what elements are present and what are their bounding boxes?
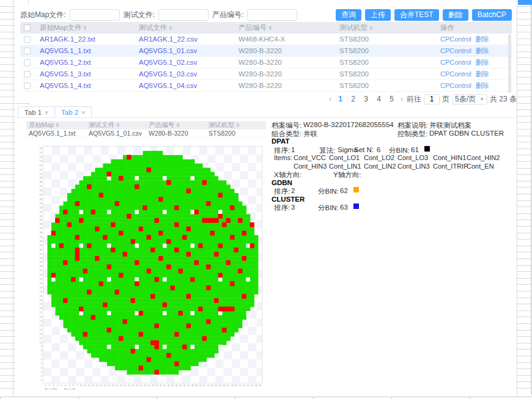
table-scrollbar[interactable]: [508, 34, 511, 93]
row-checkbox[interactable]: [24, 82, 31, 89]
filter-input-1[interactable]: [158, 9, 209, 21]
app-root: 原始Map文件:测试文件:产品编号:查询上传合并TEST删除BatchCP 原始…: [0, 0, 532, 399]
test-file-link[interactable]: AQ5VG5.1_01.csv: [139, 47, 197, 54]
row-checkbox[interactable]: [24, 48, 31, 54]
tab-label: Tab 1: [24, 109, 42, 116]
top-right-button-fragment: [518, 0, 532, 5]
item-name: Cont_LO3: [397, 154, 428, 161]
map-file-cell: AQ5VG5.1_1.txt: [36, 47, 135, 54]
cpcontrol-link[interactable]: CPControl: [440, 59, 471, 66]
gdbn-bin-color-swatch: [353, 187, 359, 192]
table-row[interactable]: AQ5VG5.1_1.txtAQ5VG5.1_01.csvW280-B-3220…: [20, 45, 512, 57]
merge-test-button[interactable]: 合并TEST: [394, 9, 439, 21]
table-row[interactable]: AQ5VG5.1_4.txtAQ5VG5.1_04.csvW280-B-3220…: [20, 80, 512, 92]
batchcp-button[interactable]: BatchCP: [472, 9, 512, 21]
page-number-4[interactable]: 4: [374, 95, 384, 103]
column-header-label: 产品编号: [238, 23, 267, 32]
sort-icon[interactable]: [236, 123, 240, 127]
actions-cell: CPControl删除: [437, 35, 509, 44]
select-all-checkbox[interactable]: [24, 24, 31, 31]
test-file-link[interactable]: AQ5VG5.1_02.csv: [139, 59, 197, 66]
upload-button[interactable]: 上传: [365, 9, 391, 21]
page-number-1[interactable]: 1: [335, 95, 345, 103]
sort-icon[interactable]: [176, 123, 180, 127]
page-number-3[interactable]: 3: [361, 95, 371, 103]
item-name: Cont_LIN3: [397, 163, 430, 170]
page-number-5[interactable]: 5: [386, 95, 397, 103]
table-row[interactable]: AQ5VG5.1_3.txtAQ5VG5.1_03.csvW280-B-3220…: [20, 68, 512, 80]
chevron-down-icon: ▼: [479, 97, 484, 102]
sort-icon[interactable]: [268, 26, 272, 30]
row-delete-link[interactable]: 删除: [476, 47, 489, 54]
sort-icon[interactable]: [369, 26, 373, 30]
column-header-5: 操作: [437, 23, 509, 32]
row-delete-link[interactable]: 删除: [476, 70, 489, 78]
row-checkbox-cell: [20, 82, 36, 89]
cluster-bin-value: 63: [340, 203, 348, 211]
filter-input-2[interactable]: [247, 9, 297, 21]
item-name: Cont_EN: [467, 163, 494, 170]
tab-2[interactable]: Tab 2×: [54, 106, 92, 118]
wafer-map-panel: [37, 141, 265, 396]
row-checkbox[interactable]: [24, 71, 31, 78]
page-number-2[interactable]: 2: [348, 95, 358, 103]
background-ruler-bottom: [0, 397, 532, 399]
test-file-cell: AR1AGK.1_22.csv: [135, 35, 235, 43]
prev-page-icon[interactable]: ‹: [328, 95, 333, 103]
map-file-link[interactable]: AQ5VG5.1_4.txt: [40, 82, 91, 89]
test-file-link[interactable]: AQ5VG5.1_04.csv: [139, 82, 197, 89]
wafer-map-canvas[interactable]: [37, 141, 265, 396]
column-header-3: 产品编号: [235, 23, 336, 32]
machine-cell: STS8200: [336, 82, 437, 89]
sort-asc-icon: [169, 26, 172, 27]
sort-icon[interactable]: [116, 123, 120, 127]
filter-input-0[interactable]: [70, 9, 120, 21]
tab-label: Tab 2: [61, 109, 78, 116]
tab-close-icon[interactable]: ×: [81, 109, 85, 116]
cpcontrol-link[interactable]: CPControl: [440, 47, 471, 54]
tab-close-icon[interactable]: ×: [45, 109, 48, 116]
row-delete-link[interactable]: 删除: [476, 35, 489, 43]
test-file-cell: AQ5VG5.1_02.csv: [135, 59, 235, 66]
sort-desc-icon: [369, 28, 373, 30]
dpat-bin-color-swatch: [424, 146, 430, 152]
row-delete-link[interactable]: 删除: [476, 82, 489, 89]
total-count-label: 共 23 条: [490, 94, 517, 104]
detail-column-label: 原始Map: [29, 121, 54, 130]
table-row[interactable]: AR1AGK.1_22.txtAR1AGK.1_22.csvW468-KHC4-…: [20, 34, 512, 45]
page-size-select[interactable]: 5条/页▼: [452, 94, 487, 104]
map-file-link[interactable]: AQ5VG5.1_2.txt: [40, 59, 91, 66]
cpcontrol-link[interactable]: CPControl: [440, 82, 471, 89]
cpcontrol-link[interactable]: CPControl: [440, 70, 471, 78]
next-page-icon[interactable]: ›: [399, 95, 404, 103]
item-name: Cont_HIN3: [294, 163, 327, 170]
product-cell: W468-KHC4-X: [235, 35, 336, 43]
row-delete-link[interactable]: 删除: [476, 59, 489, 66]
page-size-value: 5条/页: [455, 94, 476, 104]
cpcontrol-link[interactable]: CPControl: [440, 35, 471, 43]
detail-value-0: AQ5VG5.1_1.txt: [26, 130, 86, 137]
column-header-label: 测试机型: [339, 23, 368, 32]
row-checkbox[interactable]: [24, 36, 31, 43]
query-button[interactable]: 查询: [336, 9, 361, 21]
map-file-link[interactable]: AR1AGK.1_22.txt: [40, 35, 95, 43]
map-file-link[interactable]: AQ5VG5.1_1.txt: [40, 47, 91, 54]
sort-icon[interactable]: [169, 26, 172, 30]
item-name: Cont_HIN2: [467, 154, 500, 161]
gdbn-sort-value: 2: [291, 187, 295, 194]
row-checkbox[interactable]: [24, 59, 31, 66]
goto-page-input[interactable]: [424, 94, 440, 104]
sort-icon[interactable]: [83, 26, 87, 30]
item-name: Cont_LIN2: [364, 163, 396, 170]
map-file-link[interactable]: AQ5VG5.1_3.txt: [40, 70, 91, 78]
filter-label-2: 产品编号:: [212, 10, 243, 20]
delete-button[interactable]: 删除: [443, 9, 468, 21]
actions-cell: CPControl删除: [437, 81, 509, 90]
item-name: Cont_ITRIP: [433, 163, 468, 170]
test-file-link[interactable]: AR1AGK.1_22.csv: [139, 35, 198, 43]
sort-icon[interactable]: [56, 123, 59, 127]
table-row[interactable]: AQ5VG5.1_2.txtAQ5VG5.1_02.csvW280-B-3220…: [20, 57, 512, 68]
tab-bar: Tab 1×Tab 2×: [18, 106, 92, 118]
test-file-link[interactable]: AQ5VG5.1_03.csv: [139, 70, 197, 78]
tab-1[interactable]: Tab 1×: [18, 106, 55, 118]
